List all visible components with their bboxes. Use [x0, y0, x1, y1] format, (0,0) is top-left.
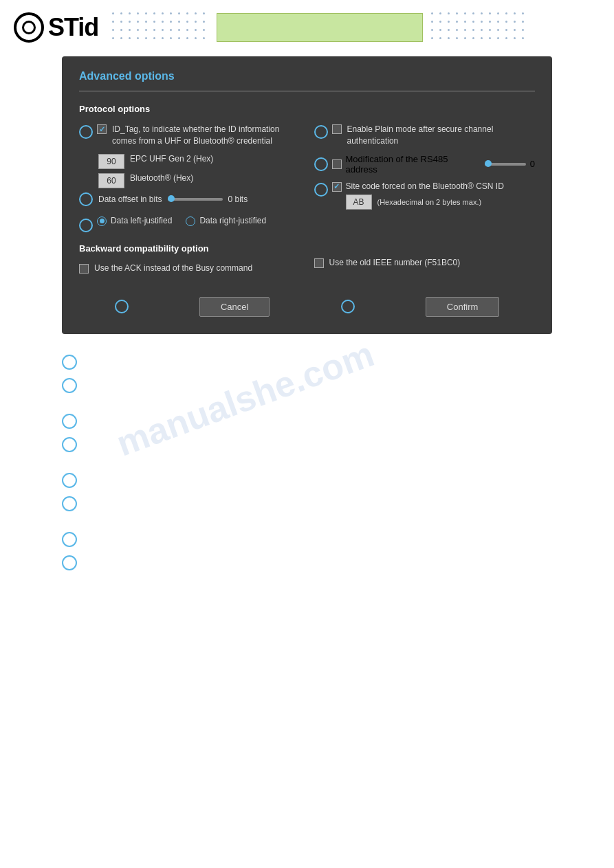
use-old-ieee-label: Use the old IEEE number (F51BC0) — [329, 258, 461, 267]
circles-below — [0, 355, 614, 570]
right-column: Enable Plain mode after secure channel a… — [314, 124, 536, 280]
enable-plain-outer-circle — [314, 125, 328, 139]
circle-4 — [62, 437, 77, 452]
site-code-row-outer: Site code forced on the Bluetooth® CSN I… — [314, 181, 536, 210]
advanced-options-dialog: Advanced options Protocol options ID_Tag… — [62, 56, 552, 334]
radio-left-justified[interactable]: Data left-justified — [97, 216, 172, 226]
radio-right-icon — [186, 216, 195, 226]
use-ack-row: Use the ACK instead of the Busy command — [79, 263, 300, 274]
rs485-label: Modification of the RS485 address — [346, 154, 481, 175]
cancel-outer-circle — [115, 300, 129, 313]
id-tag-option-row: ID_Tag, to indicate whether the ID infor… — [79, 124, 300, 147]
logo-text: STid — [48, 13, 98, 42]
dialog-title: Advanced options — [79, 70, 535, 82]
left-column: ID_Tag, to indicate whether the ID infor… — [79, 124, 300, 280]
circle-6 — [62, 496, 77, 511]
confirm-outer-circle — [341, 300, 355, 313]
bt-row: Bluetooth® (Hex) — [79, 173, 300, 188]
enable-plain-label: Enable Plain mode after secure channel a… — [347, 124, 536, 147]
site-code-label: Site code forced on the Bluetooth® CSN I… — [346, 181, 504, 191]
green-status-box — [217, 13, 423, 42]
radio-right-justified[interactable]: Data right-justified — [186, 216, 266, 226]
circle-3 — [62, 414, 77, 429]
slider-thumb — [168, 195, 175, 202]
radio-right-label: Data right-justified — [199, 216, 266, 225]
bt-input[interactable] — [98, 173, 124, 188]
radio-left-icon — [97, 216, 107, 226]
rs485-slider-thumb — [485, 160, 492, 167]
rs485-slider[interactable] — [485, 163, 525, 166]
logo-icon — [14, 12, 44, 43]
circle-group-1 — [62, 355, 552, 393]
data-offset-row: Data offset in bits 0 bits — [79, 192, 300, 206]
justify-outer-circle — [79, 219, 93, 232]
protocol-options-columns: ID_Tag, to indicate whether the ID infor… — [79, 124, 535, 280]
circle-1 — [62, 355, 77, 370]
circle-2 — [62, 378, 77, 393]
bt-label: Bluetooth® (Hex) — [130, 173, 193, 183]
site-code-hint: (Hexadecimal on 2 bytes max.) — [377, 198, 482, 206]
circle-8 — [62, 555, 77, 570]
backward-compat-section: Backward compatibility option Use the AC… — [79, 243, 300, 274]
circle-group-2 — [62, 414, 552, 452]
site-code-outer-circle — [314, 183, 328, 197]
backward-compat-title: Backward compatibility option — [79, 243, 300, 254]
protocol-section-title: Protocol options — [79, 104, 535, 114]
enable-plain-checkbox[interactable] — [332, 124, 342, 134]
id-tag-label: ID_Tag, to indicate whether the ID infor… — [112, 124, 300, 147]
data-offset-slider[interactable] — [168, 198, 223, 201]
circle-7 — [62, 532, 77, 547]
rs485-outer-circle — [314, 157, 328, 171]
dot-grid-right: for(let i=0;i<48;i++) document.write('<d… — [431, 12, 527, 43]
data-offset-label: Data offset in bits — [98, 194, 162, 204]
epc-row: EPC UHF Gen 2 (Hex) — [79, 154, 300, 169]
use-old-ieee-row: Use the old IEEE number (F51BC0) — [314, 258, 536, 268]
justify-row: Data left-justified Data right-justified — [97, 216, 266, 226]
dialog-button-row: Cancel Confirm — [79, 297, 535, 317]
use-ack-label: Use the ACK instead of the Busy command — [94, 263, 252, 273]
use-old-ieee-checkbox[interactable] — [314, 258, 324, 268]
epc-input[interactable] — [98, 154, 124, 169]
site-code-input[interactable] — [346, 194, 372, 210]
use-ack-checkbox[interactable] — [79, 264, 89, 274]
id-tag-checkbox[interactable] — [97, 124, 107, 134]
circle-group-4 — [62, 532, 552, 570]
dialog-divider — [79, 91, 535, 91]
radio-left-label: Data left-justified — [111, 216, 172, 225]
data-offset-circle — [79, 192, 93, 206]
site-code-checkbox[interactable] — [332, 182, 342, 192]
id-tag-outer-circle — [79, 125, 93, 139]
dot-grid-left: for(let i=0;i<48;i++) document.write('<d… — [112, 12, 208, 43]
epc-label: EPC UHF Gen 2 (Hex) — [130, 154, 213, 164]
logo-inner-circle — [22, 21, 36, 34]
confirm-button[interactable]: Confirm — [426, 297, 500, 317]
rs485-row: Modification of the RS485 address 0 — [314, 154, 536, 175]
rs485-value: 0 — [530, 159, 535, 169]
enable-plain-row: Enable Plain mode after secure channel a… — [314, 124, 536, 147]
logo: STid — [14, 12, 98, 43]
circle-group-3 — [62, 473, 552, 511]
rs485-checkbox[interactable] — [332, 159, 342, 169]
cancel-button[interactable]: Cancel — [199, 297, 270, 317]
data-offset-value: 0 bits — [228, 194, 248, 204]
header: STid for(let i=0;i<48;i++) document.writ… — [0, 0, 614, 49]
circle-5 — [62, 473, 77, 488]
